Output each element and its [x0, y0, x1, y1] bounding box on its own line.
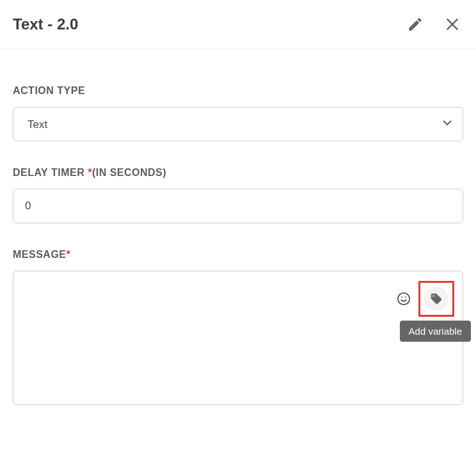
svg-point-2 [398, 293, 409, 305]
add-variable-tooltip: Add variable [400, 321, 471, 342]
delay-timer-field: DELAY TIMER *(IN SECONDS) [13, 167, 463, 223]
panel-content: ACTION TYPE Text DELAY TIMER *(IN SECOND… [0, 49, 476, 446]
svg-point-3 [401, 296, 402, 298]
tag-icon [430, 292, 443, 305]
emoji-button[interactable] [395, 291, 412, 307]
header-actions [407, 16, 461, 33]
close-button[interactable] [444, 16, 461, 33]
action-type-select[interactable]: Text [13, 107, 463, 141]
panel-title: Text - 2.0 [13, 15, 78, 33]
add-variable-highlight [418, 281, 454, 317]
svg-point-4 [405, 296, 406, 298]
action-type-field: ACTION TYPE Text [13, 85, 463, 141]
message-wrap: Add variable [13, 271, 463, 408]
delay-timer-input[interactable] [13, 189, 463, 223]
delay-timer-label: DELAY TIMER *(IN SECONDS) [13, 167, 463, 179]
smile-icon [397, 292, 411, 306]
action-type-select-wrap: Text [13, 107, 463, 141]
message-field: MESSAGE* [13, 249, 463, 408]
required-asterisk: * [67, 249, 71, 260]
message-label: MESSAGE* [13, 249, 463, 260]
add-variable-button[interactable] [424, 287, 448, 311]
action-type-label: ACTION TYPE [13, 85, 463, 97]
message-toolbar [395, 281, 454, 317]
required-asterisk: * [88, 167, 92, 178]
edit-button[interactable] [407, 16, 424, 33]
panel-header: Text - 2.0 [0, 0, 476, 49]
pencil-icon [407, 16, 424, 33]
close-icon [444, 16, 461, 33]
